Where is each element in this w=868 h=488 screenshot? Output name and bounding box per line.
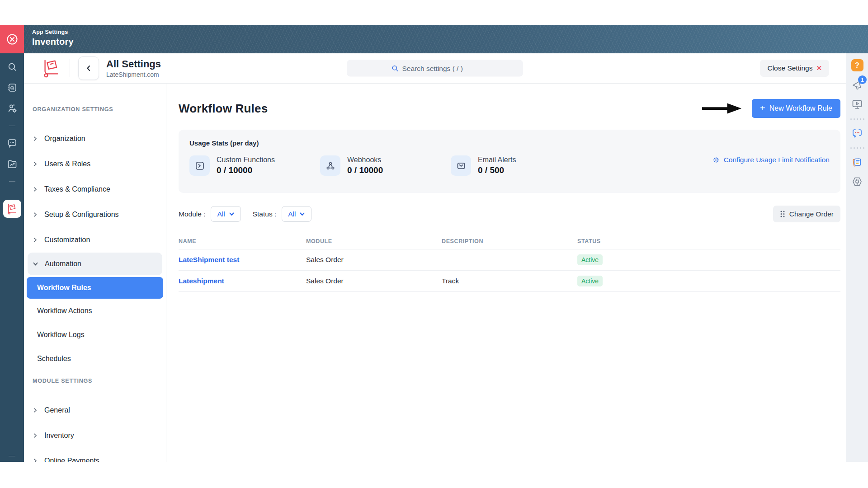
inventory-trolley-icon	[6, 203, 18, 215]
stat-webhooks: Webhooks 0 / 10000	[320, 155, 425, 176]
module-filter-label: Module :	[179, 210, 205, 218]
sidebar-item-label: Setup & Configurations	[44, 211, 119, 219]
sidebar-item-label: Automation	[45, 260, 81, 268]
monitor-play-icon	[851, 99, 863, 110]
chevron-right-icon	[33, 432, 38, 439]
stat-value: 0 / 500	[478, 165, 516, 175]
sidebar-item-organization[interactable]: Organization	[24, 126, 166, 151]
announcement-badge: 1	[858, 75, 867, 84]
sidebar-item-label: Schedules	[37, 355, 71, 363]
folder-reports-icon[interactable]	[7, 159, 18, 169]
feedback-chat-button[interactable]	[851, 127, 863, 139]
rule-module: Sales Order	[306, 256, 442, 264]
configure-usage-limit-link[interactable]: Configure Usage Limit Notification	[712, 156, 830, 164]
chat-icon[interactable]	[7, 138, 18, 149]
rail-divider	[9, 456, 15, 456]
dotted-divider	[850, 147, 864, 149]
sidebar-item-users-roles[interactable]: Users & Roles	[24, 151, 166, 177]
sidebar-item-label: Workflow Logs	[37, 331, 85, 339]
column-header-module: MODULE	[306, 238, 442, 244]
new-workflow-rule-label: New Workflow Rule	[769, 104, 832, 113]
sidebar-item-label: Inventory	[44, 432, 74, 440]
status-filter-select[interactable]: All	[282, 206, 311, 222]
chevron-left-icon	[85, 65, 92, 72]
integrations-button[interactable]	[851, 176, 863, 188]
table-header-row: NAME MODULE DESCRIPTION STATUS	[179, 233, 840, 249]
sidebar-item-workflow-actions[interactable]: Workflow Actions	[24, 299, 166, 323]
change-order-label: Change Order	[789, 210, 834, 218]
module-filter-select[interactable]: All	[211, 206, 241, 222]
chevron-down-icon	[229, 211, 235, 217]
sidebar-item-label: General	[44, 406, 70, 414]
stat-value: 0 / 10000	[217, 165, 275, 175]
video-tutorials-button[interactable]	[851, 99, 863, 110]
sidebar-item-customization[interactable]: Customization	[24, 227, 166, 253]
chevron-down-icon	[299, 211, 305, 217]
chevron-right-icon	[33, 407, 38, 413]
module-settings-section-label: MODULE SETTINGS	[24, 378, 166, 398]
column-header-name: NAME	[179, 238, 306, 244]
settings-search[interactable]	[347, 60, 523, 77]
workflow-rules-table: NAME MODULE DESCRIPTION STATUS LateShipm…	[179, 233, 840, 292]
hexagon-plug-icon	[851, 176, 863, 188]
sidebar-item-automation[interactable]: Automation	[28, 253, 162, 275]
search-input[interactable]	[402, 64, 479, 72]
close-app-tile[interactable]	[0, 25, 24, 53]
main-content: Workflow Rules + New Workflow Rule	[166, 84, 846, 462]
org-name: LateShipment.com	[106, 71, 161, 78]
search-icon[interactable]	[7, 61, 18, 72]
rule-name-link[interactable]: Lateshipment	[179, 277, 306, 285]
journal-icon[interactable]	[7, 82, 18, 93]
sidebar-item-online-payments[interactable]: Online Payments	[24, 448, 166, 462]
column-header-description: DESCRIPTION	[442, 238, 577, 244]
app-settings-label: App Settings	[32, 29, 868, 35]
close-settings-button[interactable]: Close Settings ✕	[760, 60, 829, 77]
announcements-button[interactable]: 1	[851, 79, 863, 91]
stat-label: Custom Functions	[217, 156, 275, 164]
right-rail: ? 1	[846, 53, 868, 462]
chevron-down-icon	[33, 261, 38, 267]
sidebar-item-schedules[interactable]: Schedules	[24, 347, 166, 371]
sidebar-item-workflow-rules[interactable]: Workflow Rules	[27, 277, 163, 299]
sidebar-item-label: Online Payments	[44, 457, 99, 462]
sidebar-item-setup-configurations[interactable]: Setup & Configurations	[24, 202, 166, 227]
page-title: Workflow Rules	[179, 102, 268, 116]
chevron-right-icon	[33, 186, 38, 192]
user-settings-icon[interactable]	[7, 103, 18, 114]
rail-divider	[9, 181, 15, 182]
plus-icon: +	[760, 103, 765, 113]
resources-button[interactable]	[851, 156, 863, 168]
sidebar-item-general[interactable]: General	[24, 398, 166, 423]
chevron-right-icon	[33, 211, 38, 218]
drag-handle-icon	[780, 210, 785, 218]
sidebar-item-workflow-logs[interactable]: Workflow Logs	[24, 323, 166, 347]
documents-icon	[851, 156, 863, 168]
gear-icon	[712, 156, 720, 164]
rule-name-link[interactable]: LateShipment test	[179, 256, 306, 264]
org-settings-section-label: ORGANIZATION SETTINGS	[24, 106, 166, 126]
status-filter-value: All	[288, 210, 296, 218]
sidebar-item-taxes-compliance[interactable]: Taxes & Compliance	[24, 177, 166, 202]
table-row[interactable]: LateShipment test Sales Order Active	[179, 249, 840, 271]
help-button[interactable]: ?	[851, 59, 863, 71]
change-order-button[interactable]: Change Order	[773, 206, 840, 222]
usage-stats-card: Usage Stats (per day) Cust	[179, 130, 840, 193]
back-button[interactable]	[78, 56, 99, 80]
stat-email-alerts: Email Alerts 0 / 500	[451, 155, 556, 176]
app-title: Inventory	[32, 37, 868, 47]
usage-stats-title: Usage Stats (per day)	[189, 139, 830, 147]
left-rail	[0, 53, 24, 462]
sidebar-item-inventory[interactable]: Inventory	[24, 423, 166, 448]
app-window: App Settings Inventory	[0, 25, 868, 462]
dotted-divider	[850, 118, 864, 120]
inventory-logo-icon	[41, 58, 61, 79]
sidebar-item-label: Users & Roles	[44, 160, 90, 168]
inventory-app-tile[interactable]	[3, 200, 21, 218]
table-row[interactable]: Lateshipment Sales Order Track Active	[179, 271, 840, 292]
toolbar-divider	[70, 59, 70, 77]
close-settings-label: Close Settings	[767, 64, 812, 72]
circle-x-icon	[5, 33, 19, 46]
mail-icon	[451, 155, 471, 176]
new-workflow-rule-button[interactable]: + New Workflow Rule	[752, 99, 840, 118]
sidebar-item-label: Workflow Rules	[37, 284, 91, 292]
